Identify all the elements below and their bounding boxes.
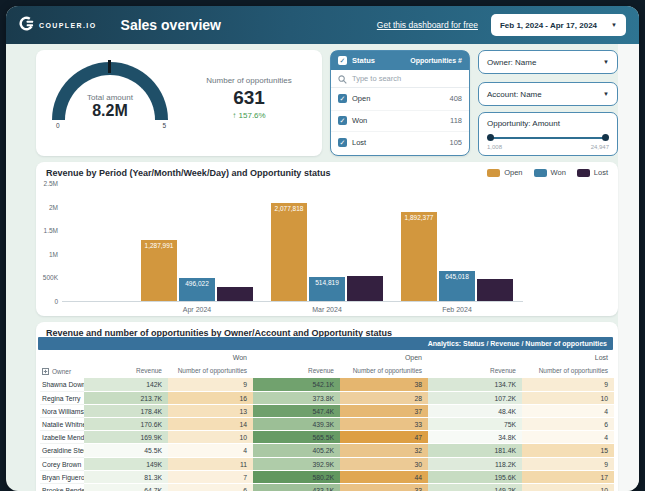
checkbox-checked-icon[interactable]: ✓ <box>338 56 347 65</box>
table-cell: 75K <box>428 418 522 431</box>
column-header-lost-count[interactable]: Number of opportunities <box>522 365 614 377</box>
gauge-min-label: 0 <box>56 122 60 129</box>
bar-won[interactable]: 496,022 <box>179 278 215 301</box>
table-cell: 7 <box>168 471 253 484</box>
bar-value-label: 1,287,991 <box>137 242 181 249</box>
scrollbar-gutter[interactable] <box>618 44 639 491</box>
table-cell: 45.5K <box>84 444 168 457</box>
table-cell: 28 <box>340 392 428 405</box>
table-cell: 565.5K <box>253 431 340 444</box>
brand-name: COUPLER.IO <box>39 22 97 29</box>
opportunities-kpi: Number of opportunities 631 ↑ 157.6% <box>186 76 312 120</box>
total-amount-gauge: Total amount 8.2M 0 5 <box>52 62 168 134</box>
status-option-label: Won <box>352 116 367 125</box>
amount-max-value: 24,947 <box>591 144 609 150</box>
bar-value-label: 2,077,818 <box>267 205 311 212</box>
legend-item-lost[interactable]: Lost <box>577 168 608 177</box>
slider-handle-min[interactable] <box>487 134 494 141</box>
page-title: Sales overview <box>121 17 221 33</box>
status-row-open[interactable]: ✓Open408 <box>331 88 469 110</box>
legend-item-won[interactable]: Won <box>534 168 566 177</box>
legend-item-open[interactable]: Open <box>487 168 522 177</box>
checkbox-checked-icon[interactable]: ✓ <box>338 138 347 147</box>
date-range-picker[interactable]: Feb 1, 2024 - Apr 17, 2024 ▼ <box>491 14 626 36</box>
bar-open[interactable]: 1,287,991 <box>141 240 177 301</box>
table-cell: 149K <box>84 458 168 471</box>
table-cell: 392.9K <box>253 458 340 471</box>
gauge-needle <box>108 60 111 73</box>
bar-won[interactable]: 514,819 <box>309 277 345 301</box>
status-option-count: 408 <box>449 94 462 103</box>
coupler-logo-icon <box>19 16 34 35</box>
bar-group-mar-2024: 2,077,818514,819 <box>271 203 383 301</box>
bar-value-label: 514,819 <box>305 279 349 286</box>
checkbox-checked-icon[interactable]: ✓ <box>338 116 347 125</box>
amount-range-filter: Opportunity: Amount 1,008 24,947 <box>478 112 618 156</box>
status-option-label: Open <box>352 94 370 103</box>
account-filter-label: Account: Name <box>487 90 542 99</box>
table-cell: 405.2K <box>253 444 340 457</box>
table-cell: 9 <box>522 378 614 391</box>
table-cell: 14 <box>168 418 253 431</box>
table-cell: 142K <box>84 378 168 391</box>
group-header-spacer <box>253 352 340 363</box>
legend-swatch <box>577 169 590 177</box>
y-axis-tick: 1M <box>36 251 58 258</box>
y-axis-tick: 2.5M <box>36 180 58 187</box>
expand-table-icon[interactable] <box>42 368 49 376</box>
table-cell: 10 <box>522 392 614 405</box>
legend-label: Lost <box>594 168 608 177</box>
column-header-lost-revenue[interactable]: Revenue <box>428 365 522 377</box>
bar-group-apr-2024: 1,287,991496,022 <box>141 240 253 301</box>
chart-plot: 2.5M2M1.5M1M500K01,287,991496,022Apr 202… <box>62 184 523 302</box>
amount-filter-label: Opportunity: Amount <box>487 119 609 128</box>
table-cell: 542.1K <box>253 378 340 391</box>
table-cell: 118.2K <box>428 458 522 471</box>
status-row-won[interactable]: ✓Won118 <box>331 110 469 132</box>
table-cell: 34.8K <box>428 431 522 444</box>
table-row-owner: Geraldine Steel <box>40 444 84 457</box>
bar-lost[interactable] <box>347 276 383 301</box>
y-axis-tick: 1.5M <box>36 227 58 234</box>
checkbox-checked-icon[interactable]: ✓ <box>338 94 347 103</box>
column-header-owner[interactable]: Owner <box>40 365 84 378</box>
bar-lost[interactable] <box>217 287 253 301</box>
group-header-won: Won <box>168 352 253 363</box>
bar-won[interactable]: 645,018 <box>439 271 475 301</box>
status-row-lost[interactable]: ✓Lost105 <box>331 131 469 153</box>
table-cell: 9 <box>168 378 253 391</box>
bar-open[interactable]: 2,077,818 <box>271 203 307 301</box>
slider-handle-max[interactable] <box>602 134 609 141</box>
table-cell: 9 <box>522 458 614 471</box>
column-header-won-count[interactable]: Number of opportunities <box>168 365 253 377</box>
table-row-owner: Shawna Downs <box>40 378 84 391</box>
table-cell: 17 <box>522 471 614 484</box>
table-cell: 10 <box>168 431 253 444</box>
column-header-open-count[interactable]: Number of opportunities <box>340 365 428 377</box>
table-cell: 373.8K <box>253 392 340 405</box>
column-header-won-revenue[interactable]: Revenue <box>84 365 168 377</box>
table-cell: 178.4K <box>84 405 168 418</box>
bar-lost[interactable] <box>477 279 513 301</box>
y-axis-tick: 0 <box>36 298 58 305</box>
gauge-max-label: 5 <box>162 122 166 129</box>
group-header-spacer <box>40 352 84 363</box>
status-filter-header[interactable]: ✓ Status Opportunities # <box>331 51 469 70</box>
owner-filter-dropdown[interactable]: Owner: Name ▼ <box>478 50 618 74</box>
table-cell: 6 <box>522 418 614 431</box>
bar-value-label: 645,018 <box>435 273 479 280</box>
table-row-owner: Brooke Bender <box>40 484 84 491</box>
status-search-input[interactable]: Type to search <box>331 70 469 88</box>
status-count-header: Opportunities # <box>410 57 462 64</box>
account-filter-dropdown[interactable]: Account: Name ▼ <box>478 82 618 106</box>
table-cell: 81.3K <box>84 471 168 484</box>
chart-title: Revenue by Period (Year/Month/Week/Day) … <box>46 168 330 178</box>
table-row-owner: Regina Terry <box>40 392 84 405</box>
legend-label: Open <box>504 168 522 177</box>
column-header-open-revenue[interactable]: Revenue <box>253 365 340 377</box>
table-cell: 38 <box>340 378 428 391</box>
bar-open[interactable]: 1,892,377 <box>401 212 437 301</box>
get-dashboard-link[interactable]: Get this dashboard for free <box>377 20 478 30</box>
chart-legend: OpenWonLost <box>487 168 608 177</box>
table-row-owner: Natalie Whitney <box>40 418 84 431</box>
